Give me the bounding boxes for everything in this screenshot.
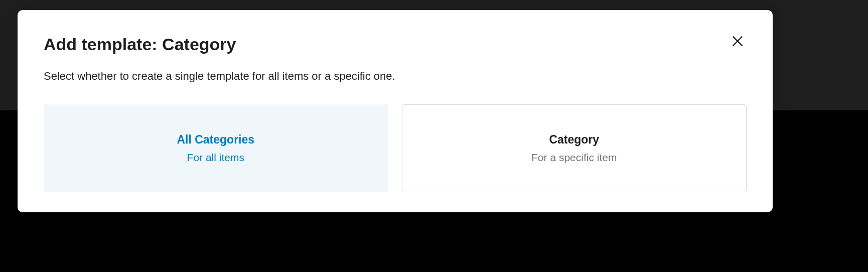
close-icon [731, 34, 745, 48]
add-template-modal: Add template: Category Select whether to… [18, 10, 773, 212]
option-title: All Categories [177, 133, 254, 147]
option-category[interactable]: Category For a specific item [402, 104, 747, 192]
modal-header: Add template: Category [44, 34, 747, 55]
modal-title: Add template: Category [44, 34, 236, 55]
close-button[interactable] [729, 32, 747, 50]
template-options: All Categories For all items Category Fo… [44, 104, 747, 192]
option-title: Category [549, 133, 599, 147]
modal-description: Select whether to create a single templa… [44, 69, 747, 84]
option-all-categories[interactable]: All Categories For all items [44, 104, 388, 192]
option-subtitle: For a specific item [531, 152, 617, 164]
option-subtitle: For all items [187, 152, 244, 164]
